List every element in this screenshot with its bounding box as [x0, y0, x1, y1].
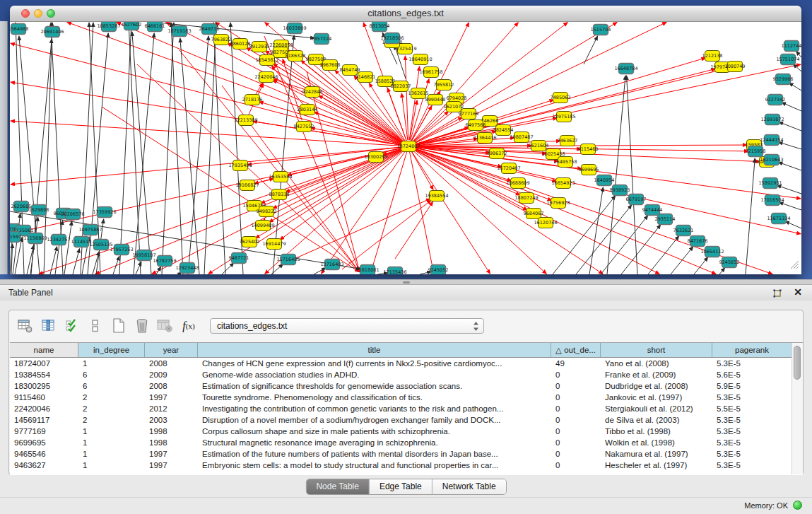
table-cell[interactable]: 0: [551, 460, 601, 471]
graph-node[interactable]: 10688609: [506, 178, 529, 189]
graph-node[interactable]: 12342757: [47, 235, 70, 245]
graph-node[interactable]: 7986372: [487, 148, 507, 159]
graph-node[interactable]: 9146821: [355, 72, 376, 83]
tab-network-table[interactable]: Network Table: [432, 479, 506, 494]
table-cell[interactable]: Changes of HCN gene expression and I(f) …: [198, 358, 551, 369]
graph-node[interactable]: 16033809: [283, 23, 306, 34]
graph-node[interactable]: 1112744: [782, 41, 801, 52]
table-cell[interactable]: Jankovic et al. (1997): [601, 392, 712, 403]
graph-node[interactable]: 9329966: [773, 74, 794, 85]
table-cell[interactable]: 1: [78, 448, 145, 460]
graph-node[interactable]: 1529808: [29, 205, 49, 216]
graph-node[interactable]: 8471676: [688, 236, 708, 247]
table-cell[interactable]: 2009: [145, 369, 198, 380]
table-cell[interactable]: 5.6E-5: [712, 369, 792, 380]
table-row[interactable]: 1830029562008Estimation of significance …: [10, 380, 792, 392]
select-column-button[interactable]: [38, 316, 59, 336]
graph-node[interactable]: 2718176: [242, 95, 263, 105]
graph-node[interactable]: 12093872: [760, 115, 784, 125]
network-select[interactable]: citations_edges.txt: [210, 318, 484, 334]
graph-node[interactable]: 7955812: [434, 80, 454, 90]
table-cell[interactable]: 0: [551, 403, 601, 414]
table-row[interactable]: 946362711997Embryonic stem cells: a mode…: [10, 460, 792, 471]
table-cell[interactable]: 1: [78, 437, 145, 448]
close-panel-icon[interactable]: ✕: [794, 286, 802, 298]
table-cell[interactable]: 2: [78, 392, 145, 403]
graph-node[interactable]: 8938923: [610, 185, 630, 196]
graph-node[interactable]: 10807487: [510, 132, 533, 143]
function-builder-button[interactable]: f(x): [178, 316, 199, 336]
graph-node[interactable]: 21364436: [473, 133, 496, 144]
graph-node[interactable]: 13716483: [320, 259, 343, 270]
graph-node[interactable]: 1621604: [529, 141, 549, 151]
citation-graph[interactable]: 1872400779638228860128891293522260858982…: [10, 22, 801, 274]
table-cell[interactable]: 5.3E-5: [712, 437, 792, 448]
table-cell[interactable]: 5.5E-5: [712, 403, 792, 414]
table-cell[interactable]: Tibbo et al. (1998): [601, 426, 712, 437]
select-all-rows-button[interactable]: [61, 316, 83, 336]
graph-node[interactable]: 9699695: [579, 165, 599, 175]
graph-node[interactable]: 8813054: [370, 22, 390, 32]
float-panel-icon[interactable]: [772, 288, 782, 298]
scrollbar-thumb[interactable]: [794, 346, 801, 380]
network-window-titlebar[interactable]: citations_edges.txt: [10, 6, 801, 22]
graph-node[interactable]: 9242848: [302, 87, 323, 98]
table-cell[interactable]: 2008: [145, 380, 198, 392]
table-cell[interactable]: Estimation of the future numbers of pati…: [198, 448, 551, 460]
column-header-pagerank[interactable]: pagerank: [712, 343, 792, 357]
table-cell[interactable]: 0: [551, 437, 601, 448]
column-header-out_de[interactable]: △ out_de...: [551, 343, 601, 357]
graph-node[interactable]: 15892931: [758, 178, 782, 189]
table-cell[interactable]: 14569117: [10, 414, 78, 426]
table-cell[interactable]: Stergiakouli et al. (2012): [601, 403, 712, 414]
graph-node[interactable]: 1114519: [71, 237, 92, 247]
table-cell[interactable]: Estimation of significance thresholds fo…: [198, 380, 551, 392]
table-cell[interactable]: 2003: [145, 414, 198, 426]
graph-node[interactable]: 3215958: [746, 146, 766, 157]
table-cell[interactable]: 6: [78, 369, 145, 380]
graph-node[interactable]: 10853287: [97, 22, 120, 32]
graph-node[interactable]: 7963822: [211, 35, 232, 45]
network-canvas[interactable]: 1872400779638228860128891293522260858982…: [10, 22, 801, 274]
graph-node[interactable]: 1564988: [10, 24, 28, 35]
graph-node[interactable]: 10654112: [700, 247, 724, 257]
graph-node[interactable]: 16782759: [153, 256, 176, 267]
graph-node[interactable]: 7625402: [240, 237, 260, 247]
table-cell[interactable]: Genome-wide association studies in ADHD.: [198, 369, 551, 380]
table-row[interactable]: 1872400712008Changes of HCN gene express…: [10, 358, 792, 369]
table-cell[interactable]: 0: [551, 448, 601, 460]
table-cell[interactable]: 1: [78, 460, 145, 471]
table-cell[interactable]: 6: [78, 380, 145, 392]
column-header-in_degree[interactable]: in_degree: [78, 343, 145, 357]
table-row[interactable]: 946554611997Estimation of the future num…: [10, 448, 792, 460]
graph-node[interactable]: 16914479: [262, 239, 286, 250]
column-header-name[interactable]: name: [10, 343, 78, 357]
graph-node[interactable]: 9498222: [257, 206, 277, 217]
table-cell[interactable]: 0: [551, 380, 601, 392]
graph-node[interactable]: 8427552: [294, 122, 314, 132]
table-cell[interactable]: 2012: [145, 403, 198, 414]
table-cell[interactable]: 0: [551, 426, 601, 437]
table-cell[interactable]: 5.9E-5: [712, 380, 792, 392]
graph-node[interactable]: 2967608: [320, 60, 341, 71]
graph-node[interactable]: 1212138: [702, 51, 723, 62]
table-cell[interactable]: 9699695: [10, 437, 78, 448]
graph-node[interactable]: 6497568: [466, 120, 486, 131]
tab-edge-table[interactable]: Edge Table: [369, 479, 432, 494]
graph-node[interactable]: 7857224: [312, 34, 332, 45]
table-cell[interactable]: 0: [551, 414, 601, 426]
graph-node[interactable]: 19166827: [235, 180, 259, 191]
graph-node[interactable]: 19756928: [546, 198, 570, 209]
table-cell[interactable]: 0: [551, 369, 601, 380]
graph-node[interactable]: 8990448: [425, 95, 446, 105]
table-cell[interactable]: 5.3E-5: [712, 426, 792, 437]
new-column-button[interactable]: [108, 316, 129, 336]
graph-node[interactable]: 15818081: [355, 265, 379, 275]
table-cell[interactable]: 0: [551, 392, 601, 403]
graph-node[interactable]: 14099489: [251, 221, 274, 231]
table-row[interactable]: 977716911998Corpus callosum shape and si…: [10, 426, 792, 437]
graph-node[interactable]: 8912935: [249, 42, 270, 52]
graph-node[interactable]: 18640910: [408, 54, 432, 65]
graph-node[interactable]: 9777169: [459, 109, 479, 119]
table-cell[interactable]: 5.3E-5: [712, 414, 792, 426]
